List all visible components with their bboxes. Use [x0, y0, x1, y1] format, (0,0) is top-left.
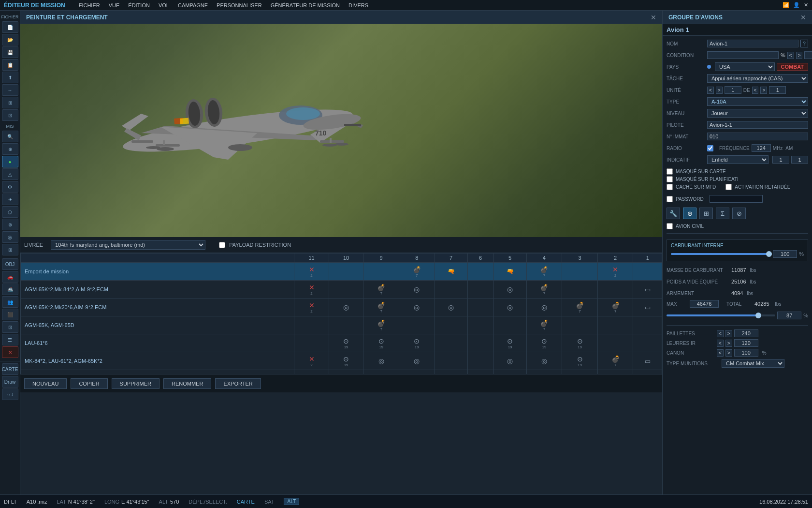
leurres-dec-button[interactable]: <: [717, 340, 724, 347]
weapon-slot[interactable]: ⊙19: [399, 334, 435, 352]
indicatif-select[interactable]: Enfield: [707, 155, 768, 164]
sidebar-carte[interactable]: CARTE: [2, 363, 18, 375]
weapon-slot[interactable]: ✕2: [597, 263, 633, 281]
weapon-slot[interactable]: [363, 263, 399, 281]
weapon-slot[interactable]: ◎: [399, 352, 435, 370]
tool-wrench-button[interactable]: 🔧: [667, 208, 680, 219]
sidebar-mis9[interactable]: ◎: [2, 231, 18, 243]
weapon-slot[interactable]: 🔫: [493, 263, 526, 281]
sidebar-mis10[interactable]: ⊞: [2, 244, 18, 255]
weapon-slot[interactable]: 💣7: [597, 299, 633, 316]
weapon-slot[interactable]: ◎: [526, 352, 562, 370]
pilote-input[interactable]: [707, 121, 808, 129]
max-input[interactable]: [690, 300, 719, 308]
activation-retardee-checkbox[interactable]: [725, 184, 732, 190]
livree-select[interactable]: 104th fs maryland ang, baltimore (md): [51, 240, 205, 250]
tache-select[interactable]: Appui aérien rapproché (CAS): [707, 74, 808, 83]
unite2-dec-button[interactable]: <: [752, 87, 759, 94]
weapon-slot[interactable]: ◎: [493, 299, 526, 316]
weapon-slot[interactable]: ✕2: [294, 263, 329, 281]
weapon-slot[interactable]: [294, 316, 329, 334]
table-row[interactable]: MK-84*2, LAU-61*2, AGM-65K*2✕2⊙19◎◎◎◎⊙19…: [21, 352, 662, 370]
no-immat-input[interactable]: [707, 133, 808, 140]
sidebar-draw[interactable]: Draw: [2, 376, 18, 388]
weapon-slot[interactable]: 💣7: [399, 263, 435, 281]
weapon-slot[interactable]: ✕2: [294, 299, 329, 316]
sidebar-mis6[interactable]: ✈: [2, 194, 18, 205]
sidebar-static[interactable]: ⊡: [2, 321, 18, 333]
weapon-slot[interactable]: ✕2: [294, 352, 329, 370]
weapon-slot[interactable]: 💣7: [363, 316, 399, 334]
paillettes-inc-button[interactable]: >: [725, 330, 732, 337]
sidebar-b3[interactable]: ⊡: [2, 109, 18, 121]
weapon-slot[interactable]: ◎: [493, 370, 526, 374]
weapon-slot[interactable]: [399, 316, 435, 334]
sidebar-mis8[interactable]: ⊗: [2, 219, 18, 230]
sidebar-mis5[interactable]: ⚙: [2, 181, 18, 193]
weapon-slot[interactable]: [467, 281, 493, 299]
weapon-slot[interactable]: ⊙19: [562, 334, 598, 352]
menu-campagne[interactable]: CAMPAGNE: [178, 2, 208, 8]
avion-civil-checkbox[interactable]: [667, 223, 673, 229]
sidebar-misc[interactable]: ☰: [2, 334, 18, 345]
weapon-slot[interactable]: ⊙19: [363, 334, 399, 352]
table-row[interactable]: LAU-61*6⊙19⊙19⊙19⊙19⊙19⊙19: [21, 334, 662, 352]
weapon-slot[interactable]: ◎: [435, 370, 467, 374]
right-panel-close-button[interactable]: ✕: [800, 14, 806, 21]
weapon-slot[interactable]: ◎: [493, 281, 526, 299]
indicatif-num1-input[interactable]: [772, 156, 789, 164]
table-row[interactable]: AGM-65K*2,Mk20*6,AIM-9*2,ECM✕2◎💣7◎◎◎◎💣7💣…: [21, 299, 662, 316]
weapon-slot[interactable]: [467, 370, 493, 374]
canon-dec-button[interactable]: <: [717, 349, 724, 357]
weapon-slot[interactable]: [493, 316, 526, 334]
cache-mfd-checkbox[interactable]: [667, 184, 673, 190]
weapon-slot[interactable]: ▭: [633, 299, 662, 316]
condition-dec-button[interactable]: <: [787, 52, 794, 59]
sidebar-obj[interactable]: OBJ: [2, 258, 18, 270]
weapon-slot[interactable]: ◎: [526, 299, 562, 316]
weapon-slot[interactable]: ◎: [399, 299, 435, 316]
weapon-slot[interactable]: ▭: [633, 281, 662, 299]
weapon-slot[interactable]: [435, 281, 467, 299]
menu-personnaliser[interactable]: PERSONNALISER: [217, 2, 262, 8]
sidebar-save[interactable]: 💾: [2, 46, 18, 58]
total-pct-input[interactable]: [777, 312, 801, 319]
nouveau-button[interactable]: NOUVEAU: [24, 378, 67, 389]
tool-sigma-button[interactable]: Σ: [716, 208, 729, 219]
condition-pct-input[interactable]: [804, 51, 812, 59]
weapons-table-wrapper[interactable]: 11 10 9 8 7 6 5 4 3 2 1 Emport de missio…: [20, 253, 662, 374]
weapon-slot[interactable]: [467, 352, 493, 370]
sidebar-saveas[interactable]: 📋: [2, 59, 18, 71]
close-icon[interactable]: ✕: [804, 2, 808, 8]
weapon-slot[interactable]: [633, 263, 662, 281]
weapon-slot[interactable]: [435, 352, 467, 370]
niveau-select[interactable]: Joueur: [707, 109, 808, 118]
masque-planif-checkbox[interactable]: [667, 176, 673, 182]
sidebar-b1[interactable]: ↔: [2, 84, 18, 96]
exporter-button[interactable]: EXPORTER: [215, 378, 261, 389]
sidebar-export[interactable]: ⬆: [2, 72, 18, 83]
sidebar-fortif[interactable]: ⬛: [2, 309, 18, 320]
weapon-slot[interactable]: [467, 263, 493, 281]
type-select[interactable]: A-10A: [707, 97, 808, 106]
weapon-slot[interactable]: 💣7: [526, 263, 562, 281]
weapon-slot[interactable]: ◎: [435, 299, 467, 316]
weapon-slot[interactable]: 🔫: [435, 263, 467, 281]
weapon-slot[interactable]: [633, 316, 662, 334]
weapon-slot[interactable]: [562, 263, 598, 281]
sidebar-mis1[interactable]: 🔍: [2, 131, 18, 142]
weapon-slot[interactable]: ⊙19: [329, 352, 363, 370]
pays-select[interactable]: USA: [715, 62, 775, 71]
weapon-slot[interactable]: 💣7: [597, 352, 633, 370]
weapon-slot[interactable]: [597, 281, 633, 299]
menu-fichier[interactable]: FICHIER: [79, 2, 100, 8]
weapon-slot[interactable]: [597, 334, 633, 352]
menu-edition[interactable]: ÉDITION: [128, 2, 150, 8]
weapon-slot[interactable]: ◎: [526, 370, 562, 374]
copier-button[interactable]: COPIER: [71, 378, 107, 389]
carburant-pct-input[interactable]: [773, 250, 797, 258]
tool-target-button[interactable]: ⊕: [683, 208, 696, 219]
weapon-slot[interactable]: [329, 316, 363, 334]
sidebar-b4[interactable]: ↔↕: [2, 388, 18, 400]
weapon-slot[interactable]: 💣7: [363, 299, 399, 316]
